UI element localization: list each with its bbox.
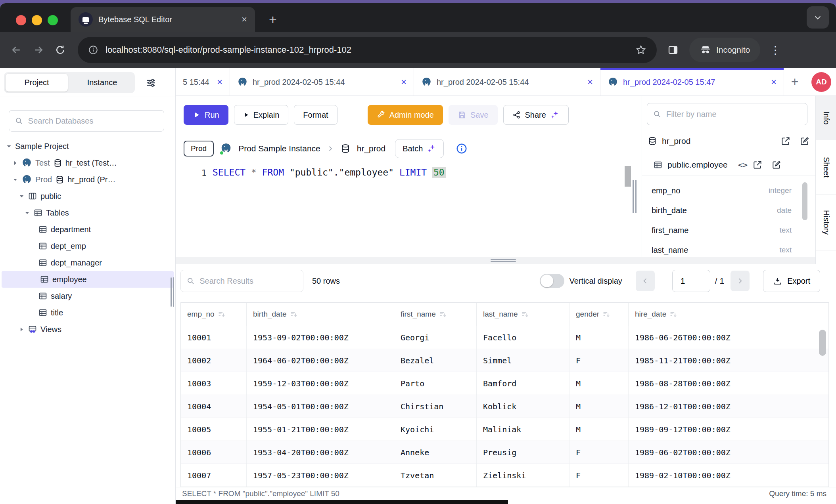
database-search-input[interactable]	[27, 116, 158, 126]
sql-code-line[interactable]: SELECT * FROM "public"."employee" LIMIT …	[213, 167, 446, 178]
column-header-hire_date[interactable]: hire_date	[629, 303, 776, 326]
horizontal-splitter[interactable]	[176, 257, 815, 264]
results-search-input[interactable]	[199, 276, 297, 286]
site-info-icon[interactable]	[88, 45, 98, 55]
external-link-icon[interactable]	[752, 160, 763, 170]
right-tab-history[interactable]: History	[816, 195, 836, 250]
side-panel-icon[interactable]	[667, 44, 679, 56]
tab-project[interactable]: Project	[6, 74, 68, 92]
tree-item-public[interactable]: public	[0, 188, 175, 204]
table-scrollbar[interactable]	[819, 330, 826, 356]
splitter-grip-icon[interactable]	[491, 259, 516, 262]
window-close-button[interactable]	[16, 15, 26, 25]
tab-close-icon[interactable]: ×	[771, 76, 777, 88]
tree-item-dept_emp[interactable]: dept_emp	[0, 238, 175, 254]
incognito-badge[interactable]: Incognito	[689, 38, 760, 62]
table-row[interactable]: 100041954-05-01T00:00:00ZChirstianKoblic…	[181, 395, 828, 418]
edit-icon[interactable]	[771, 160, 782, 170]
editor-scrollbar[interactable]	[625, 166, 631, 187]
table-icon	[38, 308, 48, 317]
executed-sql: SELECT * FROM "public"."employee" LIMIT …	[182, 489, 339, 498]
new-tab-button[interactable]: +	[269, 12, 277, 27]
external-link-icon[interactable]	[780, 136, 791, 146]
search-icon	[653, 109, 662, 119]
column-header-emp_no[interactable]: emp_no	[181, 303, 247, 326]
browser-menu-icon[interactable]: ⋮	[770, 44, 781, 57]
add-editor-tab-button[interactable]: +	[784, 68, 805, 95]
panel-table-row[interactable]: public.employee <>	[642, 154, 815, 176]
table-row[interactable]: 100031959-12-03T00:00:00ZPartoBamfordM19…	[181, 372, 828, 395]
user-avatar[interactable]: AD	[811, 72, 831, 92]
refresh-icon[interactable]	[55, 44, 66, 55]
table-row[interactable]: 100021964-06-02T00:00:00ZBezalelSimmelF1…	[181, 349, 828, 372]
prev-page-button[interactable]	[636, 271, 655, 291]
view-code-icon[interactable]: <>	[738, 160, 748, 170]
tree-item-hr_test-test-[interactable]: Testhr_test (Test…	[0, 155, 175, 171]
panel-scrollbar[interactable]	[802, 182, 807, 220]
tree-item-hr_prod-pr-[interactable]: Prodhr_prod (Pr…	[0, 171, 175, 188]
filter-settings-icon[interactable]	[145, 77, 157, 89]
tab-search-button[interactable]	[807, 6, 829, 29]
share-button[interactable]: Share	[503, 105, 569, 125]
tree-item-dept_manager[interactable]: dept_manager	[0, 254, 175, 271]
save-icon	[458, 111, 466, 119]
table-icon	[38, 225, 48, 234]
explain-button[interactable]: Explain	[234, 105, 289, 125]
table-row[interactable]: 100051955-01-21T00:00:00ZKyoichiMaliniak…	[181, 418, 828, 441]
editor-tab-3[interactable]: hr_prod 2024-02-05 15:44×	[414, 68, 600, 96]
column-header-gender[interactable]: gender	[569, 303, 629, 326]
format-button[interactable]: Format	[294, 105, 337, 125]
right-tab-sheet[interactable]: Sheet	[816, 140, 836, 195]
panel-database-row[interactable]: hr_prod	[642, 130, 815, 152]
results-search[interactable]	[180, 270, 303, 292]
export-button[interactable]: Export	[763, 270, 820, 292]
tab-instance[interactable]: Instance	[71, 74, 133, 92]
tab-close-icon[interactable]: ×	[587, 76, 593, 88]
tab-close-icon[interactable]: ×	[401, 76, 406, 88]
vertical-display-toggle[interactable]	[540, 274, 564, 288]
window-minimize-button[interactable]	[32, 15, 42, 25]
edit-icon[interactable]	[800, 136, 810, 146]
browser-toolbar: localhost:8080/sql-editor/prod-sample-in…	[0, 32, 836, 68]
admin-mode-button[interactable]: Admin mode	[368, 105, 443, 125]
tree-item-tables[interactable]: Tables	[0, 204, 175, 221]
sql-editor[interactable]: 1 SELECT * FROM "public"."employee" LIMI…	[176, 163, 642, 257]
run-button[interactable]: Run	[184, 105, 228, 125]
schema-filter-input[interactable]	[665, 109, 801, 119]
sidebar-resize-handle[interactable]	[171, 277, 174, 307]
tab-close-icon[interactable]: ×	[242, 15, 247, 24]
tree-item-title[interactable]: title	[0, 304, 175, 321]
database-search[interactable]	[9, 110, 164, 132]
column-header-birth_date[interactable]: birth_date	[247, 303, 394, 326]
table-row[interactable]: 100011953-09-02T00:00:00ZGeorgiFacelloM1…	[181, 326, 828, 349]
bookmark-star-icon[interactable]	[635, 44, 646, 55]
save-button[interactable]: Save	[449, 105, 498, 125]
editor-tab-4[interactable]: hr_prod 2024-02-05 15:47×	[600, 68, 784, 96]
tree-item-sample-project[interactable]: Sample Project	[0, 138, 175, 155]
tree-item-views[interactable]: Views	[0, 321, 175, 338]
info-icon[interactable]	[456, 143, 468, 155]
tree-item-label: department	[51, 225, 91, 234]
schema-filter[interactable]	[647, 103, 807, 125]
editor-tab-1[interactable]: 5 15:44×	[176, 68, 230, 96]
forward-icon[interactable]	[33, 44, 44, 56]
browser-tab[interactable]: Bytebase SQL Editor ×	[71, 7, 255, 32]
table-row[interactable]: 100071957-05-23T00:00:00ZTzvetanZielinsk…	[181, 464, 828, 487]
panel-resize-handle[interactable]	[633, 180, 637, 213]
table-row[interactable]: 100061953-04-20T00:00:00ZAnnekePreusigF1…	[181, 441, 828, 464]
page-number-input[interactable]	[672, 270, 710, 292]
right-tab-info[interactable]: Info	[816, 96, 836, 140]
tree-item-employee[interactable]: employee	[2, 271, 174, 288]
editor-tab-2[interactable]: hr_prod 2024-02-05 15:44×	[230, 68, 414, 96]
window-zoom-button[interactable]	[48, 15, 58, 25]
tree-item-salary[interactable]: salary	[0, 288, 175, 304]
tab-close-icon[interactable]: ×	[217, 76, 222, 88]
back-icon[interactable]	[10, 44, 22, 56]
batch-button[interactable]: Batch	[395, 139, 444, 158]
column-header-last_name[interactable]: last_name	[477, 303, 569, 326]
url-bar[interactable]: localhost:8080/sql-editor/prod-sample-in…	[78, 37, 657, 63]
next-page-button[interactable]	[731, 271, 750, 291]
column-row-first_name: first_nametext	[642, 220, 815, 240]
column-header-first_name[interactable]: first_name	[394, 303, 477, 326]
tree-item-department[interactable]: department	[0, 221, 175, 238]
